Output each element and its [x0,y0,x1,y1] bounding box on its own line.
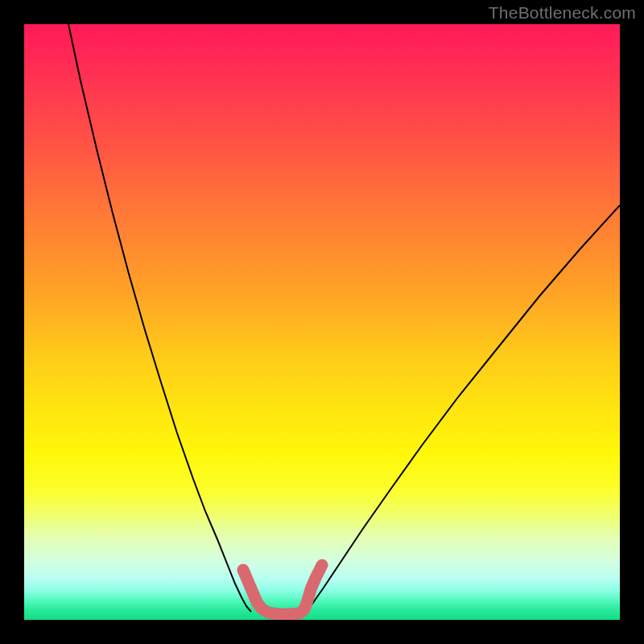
right-branch-line [306,205,620,612]
watermark-text: TheBottleneck.com [489,3,636,23]
valley-marker-line [243,565,322,614]
chart-frame: TheBottleneck.com [0,0,644,644]
plot-area [24,24,620,620]
left-branch-line [68,24,251,612]
curve-layer [24,24,620,620]
